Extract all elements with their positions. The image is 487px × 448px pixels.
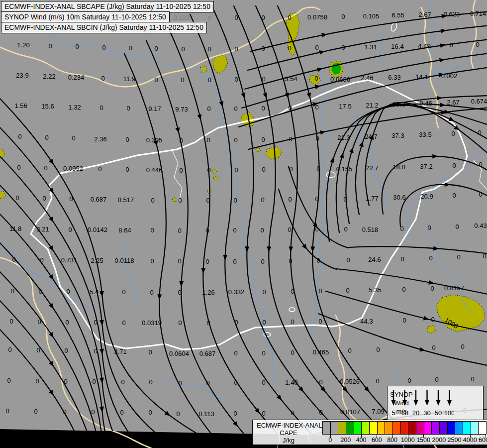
cape-colorbar-tick-label: 200 (340, 437, 351, 444)
cape-colorbar-cell (408, 422, 416, 434)
cape-colorbar-tick-label: 1500 (416, 437, 430, 444)
cape-colorbar-tick-label: 1000 (401, 437, 415, 444)
cape-colorbar-cell (385, 422, 392, 434)
cape-colorbar-cell (392, 422, 400, 434)
map-domain (0, 0, 487, 438)
wind-speed-label: 10 (401, 409, 408, 417)
cape-legend-product: ECMWF-INDEX-ANAL (257, 422, 320, 429)
cape-colorbar-cell (369, 422, 377, 434)
wind-arrow-icon (391, 400, 396, 406)
cape-colorbar-cell (424, 422, 432, 434)
cape-colorbar-cell (478, 422, 486, 434)
cape-legend-box: ECMWF-INDEX-ANAL CAPE J/kg 0200400600800… (252, 420, 487, 445)
cape-colorbar-cell (471, 422, 479, 434)
wind-arrow-icon (447, 400, 452, 406)
wind-speed-label: 50 (435, 409, 442, 417)
cape-colorbar-tick-label: 0 (328, 437, 332, 444)
wind-speed-label: 5 (391, 409, 395, 417)
wind-arrow-icon (425, 400, 429, 406)
cape-colorbar-tick-label: 800 (387, 437, 397, 444)
cape-colorbar-cell (447, 422, 455, 434)
cape-colorbar-cell (400, 422, 408, 434)
cape-colorbar-tick-label: 4000 (463, 437, 477, 444)
wind-speed-label: 100 (444, 409, 454, 417)
wind-arrow-icon (402, 400, 407, 406)
weather-map-window: 1000 0.22300000.075800.1056.552.670.6230… (0, 0, 487, 448)
wind-speed-label: 30 (423, 409, 430, 417)
wind-legend-box: SYNOP Wind m/s 510203050100 (387, 386, 484, 422)
map-canvas: 1000 (0, 0, 487, 448)
streamline-arrowhead (165, 440, 172, 447)
cape-colorbar-cell (330, 422, 338, 434)
cape-colorbar-cell (323, 422, 330, 434)
cape-colorbar-cell (354, 422, 362, 434)
cape-colorbar-cell (416, 422, 424, 434)
cape-legend-units: J/kg (257, 437, 320, 444)
header-line-sbcape: ECMWF-INDEX-ANAL SBCAPE (J/kg) Saturday … (1, 1, 214, 12)
wind-speed-label: 20 (412, 409, 419, 417)
cape-colorbar (322, 421, 487, 435)
cape-colorbar-cell (455, 422, 463, 434)
cape-colorbar-tick-label: 600 (372, 437, 382, 444)
streamline-arrowhead (99, 436, 104, 442)
wind-legend-arrows: 510203050100 (388, 386, 454, 420)
header-line-wind: SYNOP Wind (m/s) 10m Saturday 11-10-2025… (1, 11, 170, 23)
cape-colorbar-tick-label: 400 (356, 437, 367, 444)
cape-colorbar-cell (338, 422, 346, 434)
header-line-sbcin: ECMWF-INDEX-ANAL SBCIN (J/kg) Saturday 1… (1, 22, 207, 33)
cape-colorbar-cell (463, 422, 471, 434)
cape-colorbar-cell (377, 422, 385, 434)
wind-arrow-icon (414, 400, 418, 406)
cape-colorbar-tick-label: 2000 (432, 437, 446, 444)
cape-colorbar-cell (431, 422, 439, 434)
cape-legend-parameter: CAPE (257, 429, 320, 437)
cape-colorbar-cell (346, 422, 354, 434)
cape-colorbar-tick-label: 6000 (479, 437, 487, 444)
streamline-arrowhead (211, 434, 218, 441)
cape-colorbar-cell (439, 422, 447, 434)
cape-colorbar-tick-label: 2500 (448, 437, 462, 444)
cape-colorbar-cell (361, 422, 369, 434)
wind-arrow-icon (436, 400, 441, 406)
